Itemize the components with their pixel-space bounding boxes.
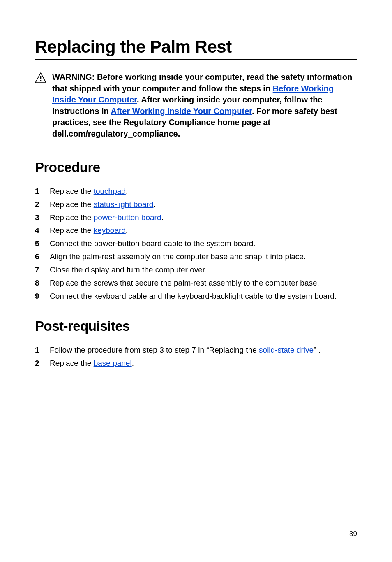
step-text: Replace the screws that secure the palm-…	[50, 278, 357, 289]
step-text: .	[153, 200, 155, 209]
list-item: Connect the keyboard cable and the keybo…	[35, 291, 357, 302]
warning-triangle-icon	[35, 72, 46, 85]
step-text: .	[161, 213, 163, 222]
step-text: .	[126, 187, 128, 195]
link-after-working[interactable]: After Working Inside Your Computer	[111, 107, 252, 116]
step-text: Replace the	[50, 359, 94, 367]
step-text: Replace the	[50, 200, 94, 209]
page-number: 39	[349, 530, 357, 538]
list-item: Replace the status-light board.	[35, 199, 357, 210]
list-item: Replace the power-button board.	[35, 212, 357, 223]
heading-procedure: Procedure	[35, 160, 357, 175]
post-requisites-list: Follow the procedure from step 3 to step…	[35, 345, 357, 369]
warning-text: WARNING: Before working inside your comp…	[52, 72, 357, 140]
step-text: Close the display and turn the computer …	[50, 265, 357, 276]
list-item: Replace the keyboard.	[35, 225, 357, 236]
step-text: Replace the	[50, 213, 94, 222]
list-item: Align the palm-rest assembly on the comp…	[35, 251, 357, 262]
step-text: Connect the keyboard cable and the keybo…	[50, 291, 357, 302]
link-power-button-board[interactable]: power-button board	[94, 213, 161, 222]
procedure-list: Replace the touchpad. Replace the status…	[35, 186, 357, 302]
svg-rect-0	[40, 76, 42, 79]
link-base-panel[interactable]: base panel	[94, 359, 132, 367]
step-text: .	[132, 359, 134, 367]
list-item: Replace the base panel.	[35, 358, 357, 369]
page-title: Replacing the Palm Rest	[35, 37, 357, 60]
list-item: Connect the power-button board cable to …	[35, 238, 357, 249]
link-status-light-board[interactable]: status-light board	[94, 200, 154, 209]
list-item: Follow the procedure from step 3 to step…	[35, 345, 357, 356]
list-item: Close the display and turn the computer …	[35, 265, 357, 276]
list-item: Replace the touchpad.	[35, 186, 357, 197]
step-text: ” .	[314, 346, 321, 354]
step-text: Connect the power-button board cable to …	[50, 238, 357, 249]
step-text: Align the palm-rest assembly on the comp…	[50, 251, 357, 262]
step-text: Replace the	[50, 226, 94, 235]
svg-rect-1	[40, 80, 42, 81]
link-keyboard[interactable]: keyboard	[94, 226, 126, 235]
link-solid-state-drive[interactable]: solid-state drive	[259, 346, 314, 354]
step-text: Follow the procedure from step 3 to step…	[50, 346, 259, 354]
list-item: Replace the screws that secure the palm-…	[35, 278, 357, 289]
step-text: Replace the	[50, 187, 94, 195]
heading-post-requisites: Post-requisites	[35, 318, 357, 334]
link-touchpad[interactable]: touchpad	[94, 187, 126, 195]
step-text: .	[126, 226, 128, 235]
warning-block: WARNING: Before working inside your comp…	[35, 72, 357, 140]
